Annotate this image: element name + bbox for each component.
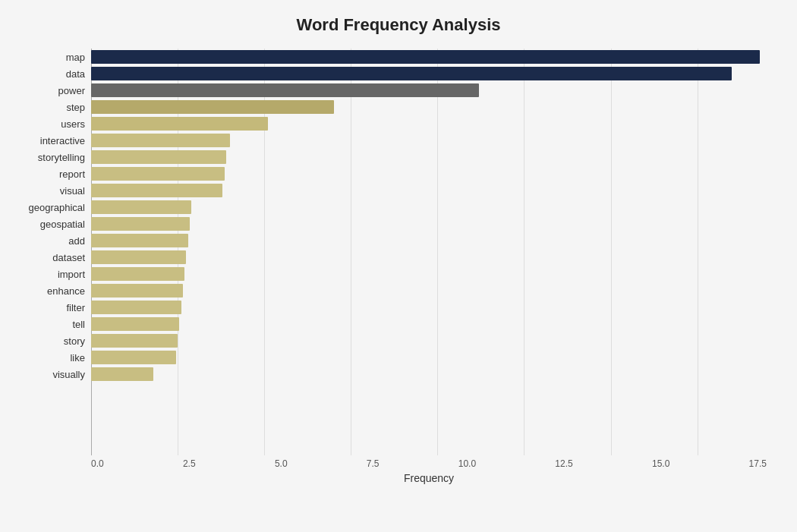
x-tick: 12.5 bbox=[555, 458, 572, 469]
bar-row: add bbox=[91, 232, 767, 249]
bar-label: tell bbox=[2, 319, 85, 330]
bar-fill bbox=[91, 100, 334, 114]
bar-fill bbox=[91, 83, 479, 97]
bar-label: geographical bbox=[2, 202, 85, 213]
bar-track bbox=[91, 167, 767, 181]
bar-track bbox=[91, 267, 767, 281]
bar-row: map bbox=[91, 49, 767, 65]
bar-row: interactive bbox=[91, 132, 767, 149]
bar-track bbox=[91, 234, 767, 247]
bars-section: mapdatapowerstepusersinteractivestorytel… bbox=[91, 49, 767, 382]
x-tick: 0.0 bbox=[91, 458, 104, 469]
bar-row: power bbox=[91, 82, 767, 99]
bar-track bbox=[91, 67, 767, 80]
bar-label: story bbox=[2, 335, 85, 347]
x-tick: 10.0 bbox=[458, 458, 476, 469]
bar-label: dataset bbox=[2, 252, 85, 263]
bar-row: tell bbox=[91, 316, 767, 332]
bar-row: step bbox=[91, 99, 767, 115]
bar-fill bbox=[91, 267, 184, 281]
x-axis: 0.02.55.07.510.012.515.017.5 Frequency bbox=[91, 458, 767, 489]
bar-label: step bbox=[2, 102, 85, 113]
bar-row: dataset bbox=[91, 249, 767, 266]
bar-label: interactive bbox=[2, 135, 85, 146]
x-tick: 7.5 bbox=[367, 458, 380, 469]
bar-row: filter bbox=[91, 299, 767, 316]
bar-track bbox=[91, 250, 767, 264]
bar-track bbox=[91, 50, 767, 64]
bar-track bbox=[91, 217, 767, 231]
bar-track bbox=[91, 351, 767, 364]
bar-label: users bbox=[2, 118, 85, 130]
bar-fill bbox=[91, 250, 186, 264]
bar-fill bbox=[91, 234, 188, 247]
bar-fill bbox=[91, 217, 190, 231]
bar-label: enhance bbox=[2, 285, 85, 297]
bar-row: report bbox=[91, 165, 767, 182]
bar-row: like bbox=[91, 349, 767, 366]
bar-row: data bbox=[91, 65, 767, 82]
bar-row: visually bbox=[91, 366, 767, 382]
bar-row: visual bbox=[91, 182, 767, 199]
bar-fill bbox=[91, 334, 178, 348]
bar-fill bbox=[91, 150, 226, 164]
bar-label: filter bbox=[2, 302, 85, 313]
bar-track bbox=[91, 100, 767, 114]
bar-track bbox=[91, 301, 767, 314]
x-ticks: 0.02.55.07.510.012.515.017.5 bbox=[91, 458, 767, 469]
bar-track bbox=[91, 317, 767, 331]
chart-title: Word Frequency Analysis bbox=[30, 15, 767, 35]
bar-track bbox=[91, 367, 767, 381]
bar-fill bbox=[91, 67, 732, 80]
x-tick: 5.0 bbox=[275, 458, 288, 469]
bar-row: storytelling bbox=[91, 149, 767, 165]
bar-label: report bbox=[2, 168, 85, 180]
x-tick: 17.5 bbox=[749, 458, 767, 469]
bar-label: storytelling bbox=[2, 152, 85, 163]
x-tick: 15.0 bbox=[652, 458, 669, 469]
bar-fill bbox=[91, 200, 191, 214]
chart-container: Word Frequency Analysis mapdatapowerstep… bbox=[0, 0, 797, 532]
bar-label: geospatial bbox=[2, 219, 85, 230]
bar-fill bbox=[91, 301, 181, 314]
bar-track bbox=[91, 200, 767, 214]
bar-track bbox=[91, 150, 767, 164]
bar-row: story bbox=[91, 332, 767, 349]
bar-row: geospatial bbox=[91, 216, 767, 232]
chart-plot: mapdatapowerstepusersinteractivestorytel… bbox=[91, 49, 767, 455]
bar-track bbox=[91, 83, 767, 97]
bar-row: users bbox=[91, 115, 767, 132]
bar-fill bbox=[91, 117, 268, 131]
bar-fill bbox=[91, 367, 153, 381]
bar-row: geographical bbox=[91, 199, 767, 216]
bar-fill bbox=[91, 351, 176, 364]
bar-label: like bbox=[2, 352, 85, 364]
bar-label: import bbox=[2, 269, 85, 280]
bar-fill bbox=[91, 184, 222, 197]
chart-area: mapdatapowerstepusersinteractivestorytel… bbox=[91, 49, 767, 489]
bar-fill bbox=[91, 50, 760, 64]
bar-label: data bbox=[2, 68, 85, 80]
bar-row: import bbox=[91, 266, 767, 282]
bar-fill bbox=[91, 284, 183, 297]
bar-track bbox=[91, 284, 767, 297]
bar-fill bbox=[91, 317, 179, 331]
bar-track bbox=[91, 134, 767, 147]
bar-fill bbox=[91, 167, 225, 181]
bar-label: add bbox=[2, 235, 85, 247]
bar-label: power bbox=[2, 85, 85, 96]
bar-label: visual bbox=[2, 185, 85, 197]
bar-track bbox=[91, 334, 767, 348]
bar-track bbox=[91, 117, 767, 131]
bar-label: map bbox=[2, 52, 85, 63]
bar-label: visually bbox=[2, 369, 85, 380]
x-axis-label: Frequency bbox=[91, 472, 767, 484]
bar-track bbox=[91, 184, 767, 197]
x-tick: 2.5 bbox=[183, 458, 196, 469]
bar-row: enhance bbox=[91, 282, 767, 299]
bar-fill bbox=[91, 134, 230, 147]
